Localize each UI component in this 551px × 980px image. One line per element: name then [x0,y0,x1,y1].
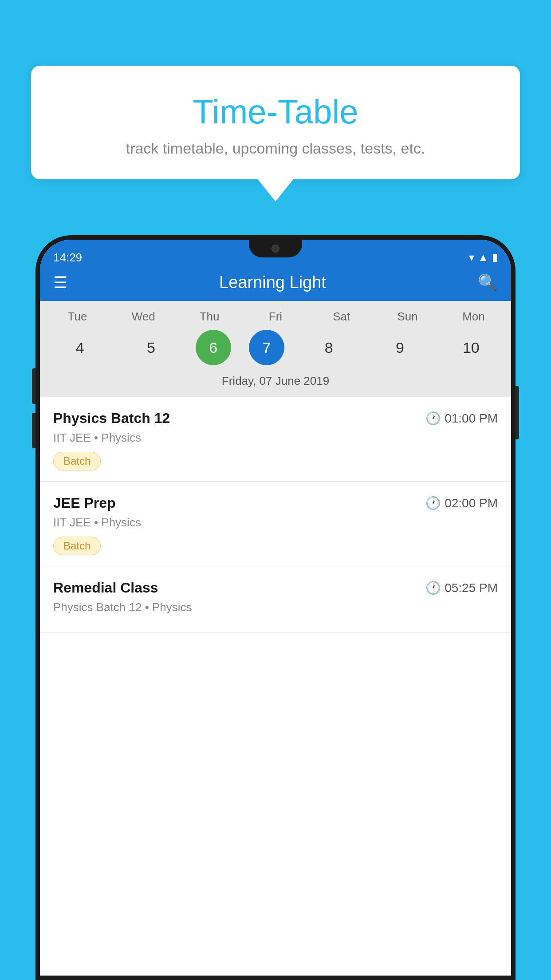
calendar-strip: Tue Wed Thu Fri Sat Sun Mon 4 5 6 7 8 9 … [40,301,511,397]
time-value: 02:00 PM [445,496,498,510]
schedule-item-subtitle: IIT JEE • Physics [53,516,498,530]
day-10[interactable]: 10 [445,330,498,365]
day-6-today[interactable]: 6 [196,330,231,365]
menu-icon[interactable]: ☰ [53,273,67,292]
clock-icon: 🕐 [425,581,441,595]
volume-up-button [32,368,35,404]
schedule-item-time: 🕐 05:25 PM [425,581,498,595]
schedule-item-time: 🕐 01:00 PM [425,411,498,426]
day-header-thu: Thu [183,310,236,324]
wifi-icon: ▾ [469,251,474,264]
schedule-item-title: Physics Batch 12 [53,410,170,427]
day-header-mon: Mon [447,310,500,324]
schedule-item[interactable]: Remedial Class 🕐 05:25 PM Physics Batch … [40,566,511,632]
schedule-item-header: JEE Prep 🕐 02:00 PM [53,495,498,511]
camera [272,245,279,253]
day-9[interactable]: 9 [374,330,427,365]
schedule-list: Physics Batch 12 🕐 01:00 PM IIT JEE • Ph… [40,397,511,976]
day-header-wed: Wed [117,310,170,324]
battery-icon: ▮ [492,251,498,264]
phone-frame: 14:29 ▾ ▲ ▮ ☰ Learning Light 🔍 Tue [35,235,516,980]
search-icon[interactable]: 🔍 [478,273,498,292]
volume-down-button [32,413,35,448]
schedule-item-title: JEE Prep [53,495,116,511]
speech-bubble: Time-Table track timetable, upcoming cla… [31,66,520,179]
schedule-item-time: 🕐 02:00 PM [425,496,498,510]
day-header-tue: Tue [51,310,104,324]
day-5[interactable]: 5 [124,330,177,365]
status-icons: ▾ ▲ ▮ [469,251,498,264]
app-title: Learning Light [219,273,326,292]
bubble-title: Time-Table [49,92,502,131]
schedule-item-title: Remedial Class [53,580,158,596]
day-header-sat: Sat [315,310,368,324]
speech-bubble-container: Time-Table track timetable, upcoming cla… [31,66,520,202]
day-7-selected[interactable]: 7 [249,330,284,365]
clock-icon: 🕐 [425,411,441,426]
schedule-item-header: Remedial Class 🕐 05:25 PM [53,580,498,596]
signal-icon: ▲ [478,251,488,264]
phone-notch [249,240,302,257]
schedule-item[interactable]: JEE Prep 🕐 02:00 PM IIT JEE • Physics Ba… [40,482,511,566]
phone-container: 14:29 ▾ ▲ ▮ ☰ Learning Light 🔍 Tue [35,235,516,980]
day-header-sun: Sun [381,310,434,324]
schedule-item-subtitle: IIT JEE • Physics [53,431,498,445]
power-button [516,386,519,439]
phone-screen: ☰ Learning Light 🔍 Tue Wed Thu Fri Sat S… [40,240,511,976]
schedule-item-subtitle: Physics Batch 12 • Physics [53,601,498,614]
bubble-arrow [258,179,293,202]
status-time: 14:29 [53,251,82,265]
day-4[interactable]: 4 [53,330,106,365]
day-numbers: 4 5 6 7 8 9 10 [44,330,507,365]
batch-badge: Batch [53,452,101,470]
time-value: 01:00 PM [445,411,498,426]
selected-date-label: Friday, 07 June 2019 [44,371,507,392]
day-8[interactable]: 8 [302,330,355,365]
batch-badge: Batch [53,537,101,555]
day-header-fri: Fri [249,310,302,324]
schedule-item[interactable]: Physics Batch 12 🕐 01:00 PM IIT JEE • Ph… [40,397,511,482]
time-value: 05:25 PM [445,581,498,595]
clock-icon: 🕐 [425,496,441,510]
schedule-item-header: Physics Batch 12 🕐 01:00 PM [53,410,498,427]
day-headers: Tue Wed Thu Fri Sat Sun Mon [44,310,507,324]
bubble-subtitle: track timetable, upcoming classes, tests… [49,140,502,157]
